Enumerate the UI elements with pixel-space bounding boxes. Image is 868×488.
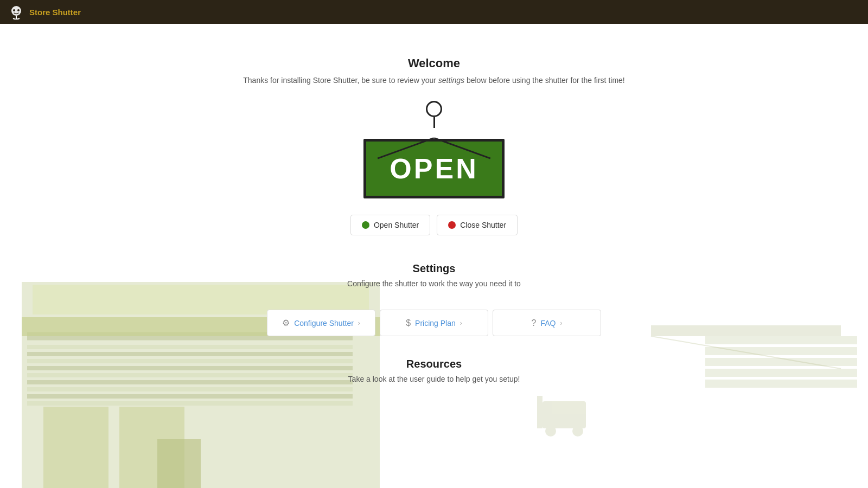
gear-icon: ⚙	[282, 318, 290, 328]
sign-pole	[433, 117, 435, 128]
svg-point-1	[13, 9, 15, 11]
svg-rect-22	[542, 401, 586, 428]
resources-section: Resources Take a look at the user guide …	[217, 358, 651, 394]
faq-label: FAQ	[540, 319, 556, 328]
close-shutter-button[interactable]: Close Shutter	[437, 215, 518, 235]
open-shutter-button[interactable]: Open Shutter	[350, 215, 430, 235]
settings-title: Settings	[217, 262, 651, 275]
configure-shutter-button[interactable]: ⚙ Configure Shutter ›	[267, 310, 375, 336]
app-title: Store Shutter	[29, 8, 81, 17]
page-content: Welcome Thanks for installing Store Shut…	[0, 24, 868, 394]
welcome-subtitle: Thanks for installing Store Shutter, be …	[243, 76, 624, 85]
app-header: Store Shutter	[0, 0, 868, 24]
open-dot	[362, 221, 369, 229]
configure-shutter-label: Configure Shutter	[294, 319, 354, 328]
dollar-icon: $	[406, 318, 411, 328]
settings-action-buttons: ⚙ Configure Shutter › $ Pricing Plan › ?…	[267, 310, 601, 336]
sign-circle	[426, 101, 442, 117]
resources-title: Resources	[217, 358, 651, 370]
chevron-icon-2: ›	[460, 319, 462, 327]
sign-text: OPEN	[390, 152, 478, 185]
open-sign: OPEN	[363, 101, 505, 198]
app-logo	[9, 4, 24, 20]
chevron-icon-3: ›	[560, 319, 562, 327]
svg-point-0	[11, 6, 21, 16]
settings-subtitle: Configure the shutter to work the way yo…	[217, 279, 651, 288]
pricing-plan-button[interactable]: $ Pricing Plan ›	[380, 310, 488, 336]
pricing-plan-label: Pricing Plan	[415, 319, 456, 328]
svg-point-24	[545, 426, 556, 436]
main-content: Welcome Thanks for installing Store Shut…	[0, 24, 868, 488]
sign-hanger: OPEN	[363, 101, 505, 198]
settings-section: Settings Configure the shutter to work t…	[217, 262, 651, 299]
svg-rect-20	[157, 439, 201, 488]
close-dot	[448, 221, 456, 229]
svg-point-2	[17, 9, 20, 11]
question-icon: ?	[532, 318, 537, 328]
svg-rect-23	[537, 396, 542, 428]
resources-subtitle: Take a look at the user guide to help ge…	[217, 375, 651, 383]
open-shutter-label: Open Shutter	[374, 221, 419, 229]
chevron-icon: ›	[358, 319, 360, 327]
sign-board: OPEN	[363, 139, 505, 198]
sign-arms	[374, 128, 494, 139]
shutter-buttons: Open Shutter Close Shutter	[350, 215, 518, 235]
faq-button[interactable]: ? FAQ ›	[493, 310, 601, 336]
svg-rect-18	[43, 407, 108, 488]
svg-point-25	[572, 426, 583, 436]
welcome-title: Welcome	[408, 56, 460, 70]
close-shutter-label: Close Shutter	[460, 221, 506, 229]
